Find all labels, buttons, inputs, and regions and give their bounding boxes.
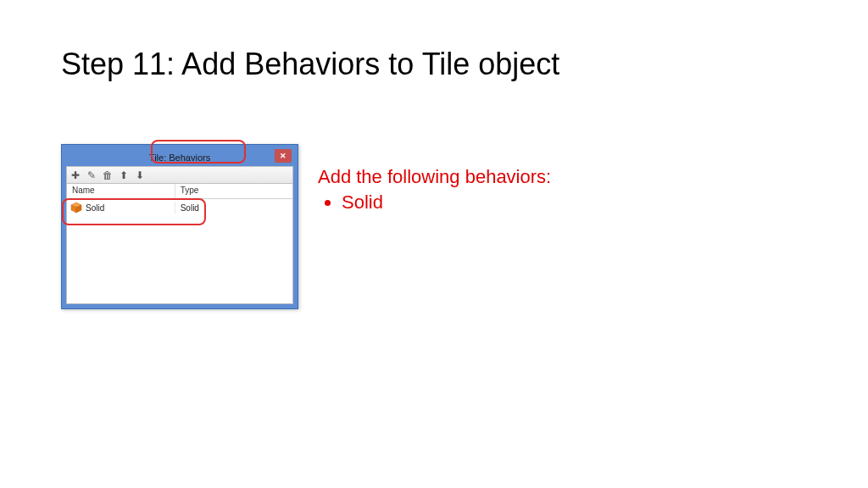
dialog-title: Tile: Behaviors bbox=[149, 152, 210, 163]
dialog-toolbar: ✚ ✎ 🗑 ⬆ ⬇ bbox=[67, 167, 292, 184]
instructions: Add the following behaviors: Solid bbox=[318, 165, 551, 214]
row-type: Solid bbox=[175, 203, 292, 213]
list-item: Solid bbox=[342, 191, 551, 214]
rows-container: Solid Solid bbox=[67, 199, 292, 303]
table-row[interactable]: Solid Solid bbox=[67, 199, 292, 216]
close-button[interactable]: ✕ bbox=[275, 149, 292, 163]
solid-cube-icon bbox=[70, 202, 82, 214]
header-type[interactable]: Type bbox=[175, 184, 292, 198]
instructions-heading: Add the following behaviors: bbox=[318, 165, 551, 189]
instructions-list: Solid bbox=[318, 191, 551, 214]
row-name: Solid bbox=[86, 203, 104, 213]
column-headers: Name Type bbox=[67, 184, 292, 199]
edit-icon[interactable]: ✎ bbox=[86, 169, 97, 181]
move-up-icon[interactable]: ⬆ bbox=[118, 169, 130, 181]
delete-icon[interactable]: 🗑 bbox=[102, 169, 114, 181]
row-name-cell: Solid bbox=[67, 202, 175, 214]
dialog-body: ✚ ✎ 🗑 ⬆ ⬇ Name Type Soli bbox=[66, 166, 293, 304]
move-down-icon[interactable]: ⬇ bbox=[134, 169, 146, 181]
dialog-titlebar[interactable]: Tile: Behaviors ✕ bbox=[66, 149, 293, 166]
add-icon[interactable]: ✚ bbox=[70, 169, 81, 181]
header-name[interactable]: Name bbox=[67, 184, 175, 198]
slide-title: Step 11: Add Behaviors to Tile object bbox=[61, 47, 559, 82]
behaviors-dialog: Tile: Behaviors ✕ ✚ ✎ 🗑 ⬆ ⬇ Name Type bbox=[61, 144, 298, 309]
